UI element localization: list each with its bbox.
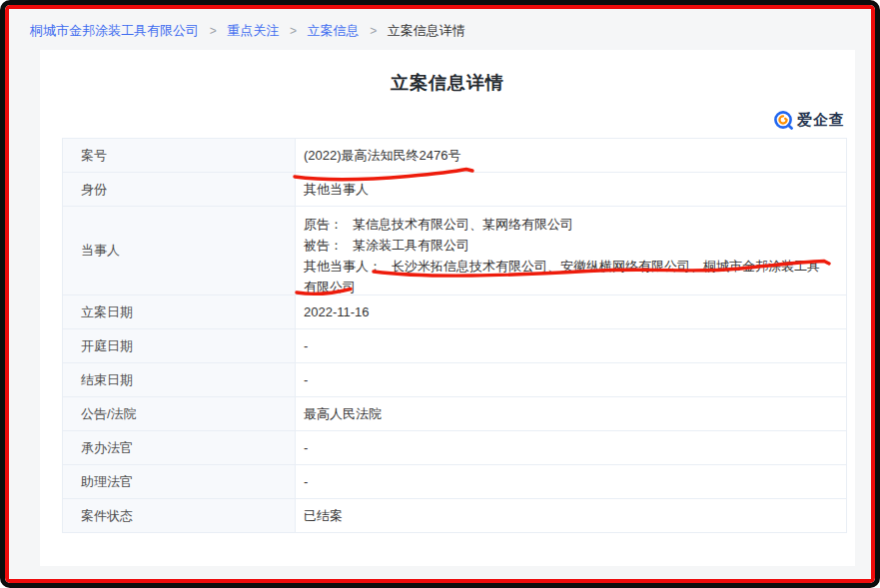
plaintiff-line: 原告：某信息技术有限公司、某网络有限公司	[304, 214, 832, 235]
parties-value: 原告：某信息技术有限公司、某网络有限公司 被告：某涂装工具有限公司 其他当事人：…	[296, 207, 846, 294]
other-parties-line: 其他当事人：长沙米拓信息技术有限公司、安徽纵横网络有限公司、桐城市金邦涂装工具有…	[304, 256, 832, 297]
table-row-filing-date: 立案日期 2022-11-16	[63, 295, 846, 329]
case-detail-card: 立案信息详情 爱企查 案号 (2022)最高法知民终2476号 身份 其他当事人	[40, 50, 855, 566]
page-title: 立案信息详情	[40, 71, 855, 95]
row-label: 立案日期	[63, 295, 296, 328]
presiding-judge-value: -	[296, 431, 846, 464]
row-label: 当事人	[63, 207, 296, 294]
breadcrumb-current-page: 立案信息详情	[388, 23, 465, 38]
row-label: 助理法官	[63, 465, 296, 498]
screenshot-frame: 桐城市金邦涂装工具有限公司 > 重点关注 > 立案信息 > 立案信息详情 立案信…	[0, 0, 880, 588]
hearing-date-value: -	[296, 329, 846, 362]
table-row-identity: 身份 其他当事人	[63, 173, 846, 207]
row-label: 公告/法院	[63, 397, 296, 430]
breadcrumb-key-focus-link[interactable]: 重点关注	[227, 23, 279, 38]
breadcrumb: 桐城市金邦涂装工具有限公司 > 重点关注 > 立案信息 > 立案信息详情	[30, 22, 465, 40]
breadcrumb-separator: >	[210, 24, 217, 38]
breadcrumb-case-filing-link[interactable]: 立案信息	[308, 23, 360, 38]
aiqicha-magnifier-icon	[773, 110, 794, 131]
end-date-value: -	[296, 363, 846, 396]
table-row-parties: 当事人 原告：某信息技术有限公司、某网络有限公司 被告：某涂装工具有限公司 其他…	[63, 207, 846, 295]
filing-date-value: 2022-11-16	[296, 295, 846, 328]
table-row-presiding-judge: 承办法官 -	[63, 431, 846, 465]
table-row-court: 公告/法院 最高人民法院	[63, 397, 846, 431]
breadcrumb-separator: >	[370, 24, 377, 38]
row-label: 身份	[63, 173, 296, 206]
party-names: 某涂装工具有限公司	[353, 238, 469, 253]
table-row-hearing-date: 开庭日期 -	[63, 329, 846, 363]
aiqicha-logo[interactable]: 爱企查	[773, 110, 845, 131]
case-number-value: (2022)最高法知民终2476号	[296, 139, 846, 172]
identity-value: 其他当事人	[296, 173, 846, 206]
case-detail-page: 桐城市金邦涂装工具有限公司 > 重点关注 > 立案信息 > 立案信息详情 立案信…	[9, 9, 871, 579]
case-info-table: 案号 (2022)最高法知民终2476号 身份 其他当事人 当事人 原告：某信息…	[62, 138, 847, 533]
table-row-case-number: 案号 (2022)最高法知民终2476号	[63, 139, 846, 173]
party-role: 被告：	[304, 238, 343, 253]
table-row-assistant-judge: 助理法官 -	[63, 465, 846, 499]
party-role: 原告：	[304, 217, 343, 232]
party-role: 其他当事人：	[304, 259, 382, 274]
breadcrumb-separator: >	[290, 24, 297, 38]
breadcrumb-company-link[interactable]: 桐城市金邦涂装工具有限公司	[30, 23, 199, 38]
assistant-judge-value: -	[296, 465, 846, 498]
row-label: 案件状态	[63, 499, 296, 532]
court-value: 最高人民法院	[296, 397, 846, 430]
row-label: 结束日期	[63, 363, 296, 396]
party-names: 某信息技术有限公司、某网络有限公司	[353, 217, 573, 232]
table-row-case-status: 案件状态 已结案	[63, 499, 846, 533]
case-status-value: 已结案	[296, 499, 846, 532]
table-row-end-date: 结束日期 -	[63, 363, 846, 397]
defendant-line: 被告：某涂装工具有限公司	[304, 235, 832, 256]
aiqicha-logo-text: 爱企查	[797, 111, 845, 130]
row-label: 承办法官	[63, 431, 296, 464]
red-annotation-border: 桐城市金邦涂装工具有限公司 > 重点关注 > 立案信息 > 立案信息详情 立案信…	[5, 5, 875, 583]
row-label: 开庭日期	[63, 329, 296, 362]
row-label: 案号	[63, 139, 296, 172]
